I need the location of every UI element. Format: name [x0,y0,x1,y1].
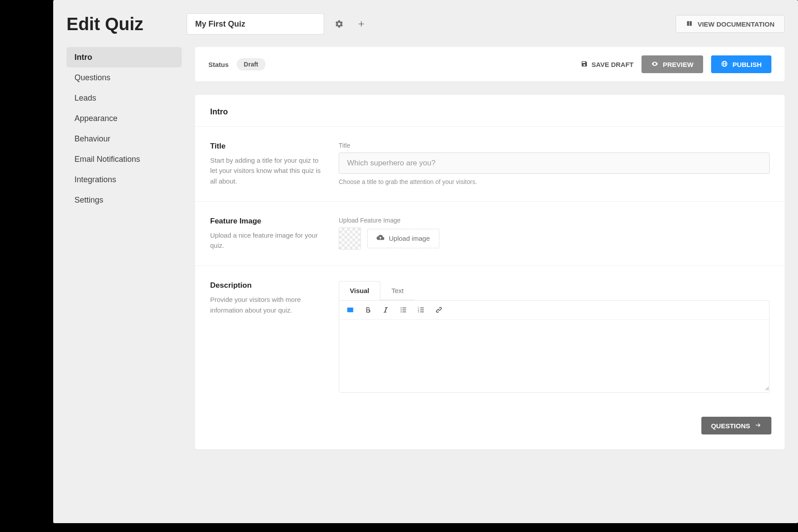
questions-next-label: QUESTIONS [711,422,750,430]
sidebar-item-label: Questions [74,73,110,82]
sidebar-item-settings[interactable]: Settings [66,190,182,210]
svg-rect-0 [347,308,353,313]
sidebar-item-label: Appearance [74,114,117,123]
preview-label: PREVIEW [663,61,693,68]
view-documentation-label: VIEW DOCUMENTATION [697,20,775,28]
editor-toolbar: 123 [339,301,769,320]
intro-panel: Intro Title Start by adding a title for … [195,95,785,450]
bullet-list-icon[interactable] [399,305,408,315]
sidebar-item-questions[interactable]: Questions [66,67,182,88]
title-heading: Title [210,142,325,151]
description-section: Description Provide your visitors with m… [195,266,785,408]
book-icon [686,20,693,28]
title-field-label: Title [339,142,770,149]
tab-text[interactable]: Text [380,281,415,300]
svg-rect-10 [420,310,424,311]
sidebar-item-label: Leads [74,94,96,103]
svg-rect-12 [420,312,424,313]
status-bar: Status Draft SAVE DRAFT PREVIEW PUBLISH [195,47,785,82]
publish-label: PUBLISH [732,61,762,68]
editor-tabs: Visual Text [339,281,415,300]
title-description: Start by adding a title for your quiz to… [210,155,325,186]
svg-point-5 [401,312,402,313]
preview-button[interactable]: PREVIEW [642,55,703,73]
sidebar: Intro Questions Leads Appearance Behavio… [66,47,182,210]
globe-icon [721,60,728,69]
feature-image-section: Feature Image Upload a nice feature imag… [195,202,785,266]
sidebar-item-integrations[interactable]: Integrations [66,169,182,190]
eye-icon [651,60,658,69]
main-column: Status Draft SAVE DRAFT PREVIEW PUBLISH … [195,47,785,450]
image-thumbnail-placeholder [339,227,361,250]
feature-image-heading: Feature Image [210,217,325,226]
description-heading: Description [210,281,325,290]
save-draft-label: SAVE DRAFT [591,61,634,68]
sidebar-item-label: Email Notifications [74,155,140,164]
sidebar-item-label: Integrations [74,175,116,184]
svg-rect-4 [403,310,406,311]
sidebar-item-email-notifications[interactable]: Email Notifications [66,149,182,169]
cloud-upload-icon [376,234,384,243]
svg-point-3 [401,309,402,310]
sidebar-item-intro[interactable]: Intro [66,47,182,67]
description-editor[interactable] [339,320,769,391]
description-text: Provide your visitors with more informat… [210,294,325,315]
tab-visual[interactable]: Visual [339,281,380,300]
editor-box: 123 [339,300,770,393]
body-row: Intro Questions Leads Appearance Behavio… [66,47,785,450]
status-badge: Draft [237,58,266,70]
questions-next-button[interactable]: QUESTIONS [701,417,771,434]
view-documentation-button[interactable]: VIEW DOCUMENTATION [676,15,785,33]
title-help-text: Choose a title to grab the attention of … [339,178,770,185]
svg-rect-6 [403,312,406,313]
svg-text:3: 3 [418,311,419,313]
upload-image-label: Upload image [389,235,430,242]
sidebar-item-behaviour[interactable]: Behaviour [66,129,182,149]
panel-footer: QUESTIONS [195,408,785,450]
page-title: Edit Quiz [66,14,143,34]
title-section: Title Start by adding a title for your q… [195,127,785,202]
sidebar-item-label: Settings [74,196,103,205]
header-row: Edit Quiz VIEW DOCUMENTATION [66,13,785,35]
panel-title: Intro [195,95,785,127]
quiz-name-input[interactable] [187,13,324,35]
save-draft-button[interactable]: SAVE DRAFT [581,60,634,69]
link-icon[interactable] [434,305,444,315]
numbered-list-icon[interactable]: 123 [416,305,426,315]
upload-field-label: Upload Feature Image [339,217,770,224]
svg-point-1 [401,308,402,309]
arrow-right-icon [755,422,762,430]
svg-rect-2 [403,308,406,309]
sidebar-item-leads[interactable]: Leads [66,88,182,108]
app-frame: Edit Quiz VIEW DOCUMENTATION Intro Quest… [53,0,798,523]
italic-icon[interactable] [381,305,391,315]
upload-image-button[interactable]: Upload image [367,229,439,248]
svg-rect-8 [420,308,424,309]
insert-media-icon[interactable] [345,305,355,315]
title-input[interactable] [339,153,770,174]
sidebar-item-label: Intro [74,53,92,62]
publish-button[interactable]: PUBLISH [711,55,771,73]
save-icon [581,60,588,69]
plus-icon[interactable] [354,17,368,31]
feature-image-description: Upload a nice feature image for your qui… [210,230,325,251]
status-label: Status [208,61,229,68]
gear-icon[interactable] [332,17,346,31]
bold-icon[interactable] [363,305,373,315]
sidebar-item-label: Behaviour [74,134,110,144]
sidebar-item-appearance[interactable]: Appearance [66,108,182,129]
